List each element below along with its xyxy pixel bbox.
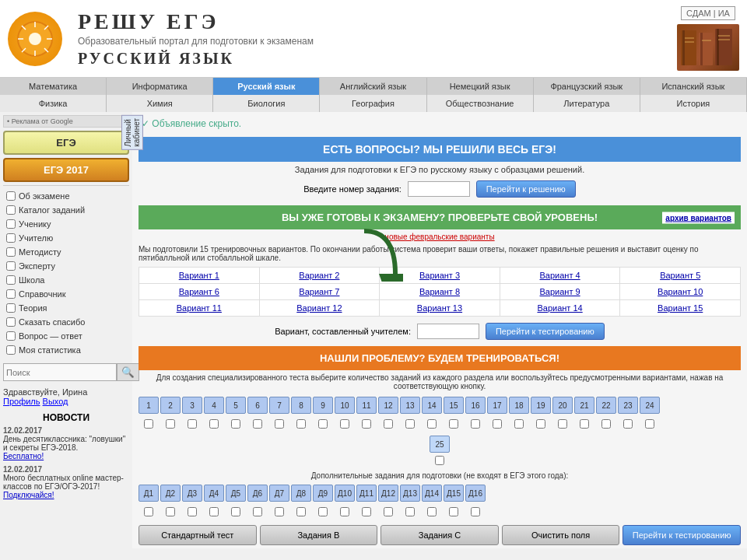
- nav-biology[interactable]: Биология: [213, 95, 320, 112]
- checkbox-20[interactable]: [558, 419, 567, 429]
- checkbox-4[interactable]: [209, 419, 219, 429]
- news-link-1[interactable]: Бесплатно!: [3, 452, 44, 460]
- bottom-btn-3[interactable]: Очистить поля: [502, 525, 620, 545]
- d-btn-Д7[interactable]: Д7: [269, 485, 289, 502]
- d-btn-Д16[interactable]: Д16: [465, 485, 486, 502]
- cabinet-tab[interactable]: Личный кабинет: [121, 115, 143, 150]
- checkbox-1[interactable]: [144, 419, 153, 429]
- sidebar-item-handbook[interactable]: Справочник: [3, 287, 129, 301]
- nav-history[interactable]: История: [640, 95, 747, 112]
- checkbox-19[interactable]: [536, 419, 545, 429]
- d-checkbox-Д14[interactable]: [427, 507, 437, 516]
- nav-french[interactable]: Французский язык: [534, 78, 640, 95]
- num-btn-21[interactable]: 21: [574, 397, 594, 414]
- num-btn-6[interactable]: 6: [247, 397, 268, 414]
- checkbox-9[interactable]: [318, 419, 328, 429]
- checkbox-2[interactable]: [166, 419, 175, 429]
- num-btn-10[interactable]: 10: [335, 397, 355, 414]
- d-checkbox-Д12[interactable]: [384, 507, 393, 516]
- num-btn-11[interactable]: 11: [356, 397, 377, 414]
- d-checkbox-Д5[interactable]: [231, 507, 240, 516]
- d-btn-Д8[interactable]: Д8: [291, 485, 311, 502]
- nav-english[interactable]: Английский язык: [320, 78, 426, 95]
- d-btn-Д2[interactable]: Д2: [160, 485, 181, 502]
- nav-geography[interactable]: География: [320, 95, 426, 112]
- sidebar-item-thanks[interactable]: Сказать спасибо: [3, 315, 129, 329]
- variant-9[interactable]: Вариант 9: [500, 284, 620, 300]
- num-btn-9[interactable]: 9: [313, 397, 333, 414]
- ege-button[interactable]: ЕГЭ: [3, 131, 129, 155]
- checkbox-13[interactable]: [405, 419, 415, 429]
- num-btn-13[interactable]: 13: [400, 397, 420, 414]
- num-btn-2[interactable]: 2: [160, 397, 181, 414]
- d-checkbox-Д9[interactable]: [318, 507, 328, 516]
- sidebar-item-student[interactable]: Ученику: [3, 217, 129, 231]
- d-checkbox-Д7[interactable]: [275, 507, 284, 516]
- variant-8[interactable]: Вариант 8: [380, 284, 500, 300]
- variant-13[interactable]: Вариант 13: [380, 300, 500, 317]
- d-btn-Д4[interactable]: Д4: [204, 485, 224, 502]
- bottom-btn-2[interactable]: Задания С: [381, 525, 499, 545]
- nav-chemistry[interactable]: Химия: [107, 95, 213, 112]
- nav-math[interactable]: Математика: [0, 78, 107, 95]
- checkbox-5[interactable]: [231, 419, 240, 429]
- checkbox-11[interactable]: [362, 419, 371, 429]
- num-btn-4[interactable]: 4: [204, 397, 224, 414]
- search-input[interactable]: [3, 363, 117, 381]
- checkbox-24[interactable]: [645, 419, 654, 429]
- checkbox-10[interactable]: [340, 419, 349, 429]
- d-btn-Д5[interactable]: Д5: [226, 485, 246, 502]
- nav-german[interactable]: Немецкий язык: [427, 78, 534, 95]
- nav-informatics[interactable]: Информатика: [107, 78, 213, 95]
- num-btn-12[interactable]: 12: [378, 397, 398, 414]
- checkbox-8[interactable]: [296, 419, 306, 429]
- news-link-2[interactable]: Подключайся!: [3, 491, 54, 499]
- variant-12[interactable]: Вариант 12: [259, 300, 380, 317]
- variant-4[interactable]: Вариант 4: [500, 268, 620, 284]
- checkbox-22[interactable]: [601, 419, 611, 429]
- archive-link[interactable]: архив вариантов: [662, 212, 735, 223]
- d-btn-Д12[interactable]: Д12: [378, 485, 398, 502]
- checkbox-21[interactable]: [580, 419, 589, 429]
- sidebar-item-expert[interactable]: Эксперту: [3, 259, 129, 273]
- num-btn-16[interactable]: 16: [465, 397, 486, 414]
- checkbox-3[interactable]: [188, 419, 197, 429]
- bottom-btn-0[interactable]: Стандартный тест: [139, 525, 257, 545]
- num-btn-22[interactable]: 22: [596, 397, 616, 414]
- bottom-btn-4[interactable]: Перейти к тестированию: [622, 525, 741, 545]
- checkbox-17[interactable]: [493, 419, 502, 429]
- checkbox-23[interactable]: [623, 419, 633, 429]
- num-btn-7[interactable]: 7: [269, 397, 289, 414]
- num-btn-23[interactable]: 23: [618, 397, 638, 414]
- variant-15[interactable]: Вариант 15: [620, 300, 741, 317]
- d-checkbox-Д10[interactable]: [340, 507, 349, 516]
- d-checkbox-Д2[interactable]: [166, 507, 175, 516]
- go-to-solution-button[interactable]: Перейти к решению: [476, 180, 576, 198]
- d-btn-Д9[interactable]: Д9: [313, 485, 333, 502]
- sidebar-item-catalog[interactable]: Каталог заданий: [3, 203, 129, 217]
- nav-social[interactable]: Обществознание: [427, 95, 534, 112]
- checkbox-18[interactable]: [514, 419, 524, 429]
- d-btn-Д14[interactable]: Д14: [422, 485, 442, 502]
- sidebar-item-about[interactable]: Об экзамене: [3, 189, 129, 203]
- teacher-variant-input[interactable]: [417, 324, 479, 339]
- go-to-test-button[interactable]: Перейти к тестированию: [486, 323, 605, 340]
- checkbox-16[interactable]: [471, 419, 480, 429]
- num-btn-18[interactable]: 18: [509, 397, 529, 414]
- d-btn-Д3[interactable]: Д3: [182, 485, 202, 502]
- d-btn-Д10[interactable]: Д10: [335, 485, 355, 502]
- d-checkbox-Д15[interactable]: [449, 507, 458, 516]
- checkbox-15[interactable]: [449, 419, 458, 429]
- variant-1[interactable]: Вариант 1: [139, 268, 260, 284]
- checkbox-14[interactable]: [427, 419, 437, 429]
- d-btn-Д1[interactable]: Д1: [139, 485, 159, 502]
- num-btn-24[interactable]: 24: [640, 397, 660, 414]
- sidebar-item-theory[interactable]: Теория: [3, 301, 129, 315]
- checkbox-6[interactable]: [253, 419, 262, 429]
- nav-russian[interactable]: Русский язык: [213, 78, 320, 95]
- num-btn-20[interactable]: 20: [552, 397, 573, 414]
- num-btn-8[interactable]: 8: [291, 397, 311, 414]
- nav-literature[interactable]: Литература: [534, 95, 640, 112]
- num-btn-5[interactable]: 5: [226, 397, 246, 414]
- nav-spanish[interactable]: Испанский язык: [640, 78, 747, 95]
